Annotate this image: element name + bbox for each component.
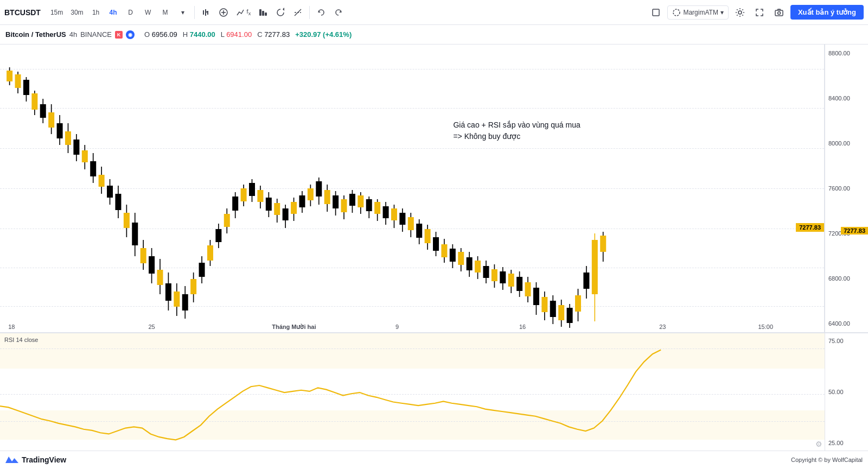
undo-icon <box>317 8 326 17</box>
price-6400: 6400.00 <box>828 320 865 327</box>
svg-rect-150 <box>541 297 547 312</box>
rsi-50: 50.00 <box>828 389 865 395</box>
svg-rect-44 <box>99 175 105 187</box>
chart-header: Bitcoin / TetherUS 4h BINANCE K ◉ O 6956… <box>0 25 868 45</box>
svg-rect-128 <box>450 249 456 262</box>
tf-30m[interactable]: 30m <box>67 4 86 21</box>
current-price-badge: 7277.83 <box>841 227 868 234</box>
rsi-section: RSI 14 close ⚙ 75.00 50.00 25.00 <box>0 332 868 451</box>
price-7200: 7200.00 7277.83 <box>828 230 865 237</box>
tf-1h[interactable]: 1h <box>88 4 104 21</box>
symbol-label: BTCUSDT <box>4 8 41 17</box>
low-val: L 6941.00 <box>221 30 252 39</box>
marginatm-icon <box>672 8 681 17</box>
open-val: O 6956.09 <box>144 30 177 39</box>
svg-rect-102 <box>341 199 347 212</box>
settings-btn[interactable] <box>732 4 748 21</box>
tf-more[interactable]: ▾ <box>175 4 191 21</box>
svg-rect-106 <box>358 195 363 207</box>
badge-k: K <box>115 31 123 39</box>
svg-rect-124 <box>433 237 439 251</box>
indicators-btn[interactable]: fx <box>233 4 254 21</box>
svg-rect-38 <box>73 140 79 155</box>
sep2 <box>309 6 310 19</box>
fullscreen-icon <box>755 8 764 17</box>
replay-btn[interactable] <box>272 4 289 21</box>
x-label-18: 18 <box>8 324 15 330</box>
exchange-label: BINANCE <box>80 30 112 39</box>
svg-rect-144 <box>516 277 522 291</box>
svg-rect-96 <box>316 181 322 197</box>
rsi-25: 25.00 <box>828 440 865 446</box>
tf-15m[interactable]: 15m <box>47 4 66 21</box>
brand-name: TradingView <box>22 455 66 464</box>
fullscreen-btn[interactable] <box>751 4 768 21</box>
svg-rect-162 <box>592 240 598 294</box>
preview-icon <box>652 8 660 17</box>
tf-d[interactable]: D <box>123 4 139 21</box>
tf-m[interactable]: M <box>157 4 174 21</box>
svg-rect-19 <box>775 10 783 16</box>
svg-rect-98 <box>324 190 330 204</box>
high-val: H 7440.00 <box>183 30 215 39</box>
x-label-month: Tháng Mười hai <box>272 324 316 331</box>
price-8400: 8400.00 <box>828 95 865 102</box>
svg-point-18 <box>738 11 742 14</box>
svg-rect-108 <box>366 199 372 211</box>
svg-rect-126 <box>441 244 447 257</box>
svg-rect-9 <box>262 11 264 16</box>
camera-icon <box>775 8 783 17</box>
svg-rect-116 <box>399 213 405 225</box>
svg-rect-152 <box>550 301 556 317</box>
rsi-settings-icon[interactable]: ⚙ <box>815 440 822 448</box>
price-6800: 6800.00 <box>828 275 865 282</box>
rsi-label: RSI 14 close <box>4 337 38 343</box>
bar-type-icon <box>201 8 211 17</box>
price-axis: 8800.00 8400.00 8000.00 7600.00 7200.00 … <box>825 45 868 332</box>
main-chart-section: Giá cao + RSI sắp vào vùng quá mua => Kh… <box>0 45 868 332</box>
compare-icon <box>293 8 303 17</box>
marginatm-label: MargimATM <box>683 9 718 16</box>
svg-rect-132 <box>467 257 473 270</box>
tradingview-logo: TradingView <box>5 453 66 466</box>
svg-rect-82 <box>257 190 263 202</box>
svg-rect-66 <box>190 279 196 294</box>
bottom-bar: TradingView Copyright © by WolfCapital <box>0 451 868 468</box>
svg-rect-46 <box>107 186 113 198</box>
svg-rect-36 <box>65 131 71 145</box>
svg-rect-136 <box>483 266 489 278</box>
strategy-icon <box>258 8 268 17</box>
marginatm-widget[interactable]: MargimATM ▾ <box>667 5 728 20</box>
svg-rect-10 <box>265 12 267 16</box>
strategy-btn[interactable] <box>255 4 271 21</box>
tf-4h[interactable]: 4h <box>105 4 122 21</box>
svg-rect-24 <box>15 74 21 88</box>
svg-marker-11 <box>283 8 284 11</box>
undo-btn[interactable] <box>313 4 329 21</box>
tf-w[interactable]: W <box>140 4 156 21</box>
fullscreen-preview-btn[interactable] <box>648 4 664 21</box>
redo-btn[interactable] <box>330 4 347 21</box>
bar-type-btn[interactable] <box>198 4 214 21</box>
indicators-label: fx <box>247 8 251 16</box>
plus-circle-icon <box>219 8 228 17</box>
svg-rect-54 <box>141 248 146 263</box>
svg-rect-28 <box>31 93 37 110</box>
svg-rect-154 <box>558 305 564 320</box>
change-label: +320.97 (+4.61%) <box>295 30 352 39</box>
svg-rect-48 <box>115 194 121 210</box>
add-indicator-btn[interactable] <box>215 4 232 21</box>
replay-icon <box>276 8 285 17</box>
publish-btn[interactable]: Xuất bản ý tưởng <box>790 5 864 20</box>
svg-rect-122 <box>425 229 431 243</box>
x-label-23: 23 <box>659 324 666 330</box>
rsi-chart[interactable]: RSI 14 close ⚙ <box>0 333 825 451</box>
svg-rect-34 <box>57 123 63 138</box>
compare-btn[interactable] <box>290 4 306 21</box>
candlestick-chart[interactable]: Giá cao + RSI sắp vào vùng quá mua => Kh… <box>0 45 825 332</box>
snapshot-btn[interactable] <box>771 4 787 21</box>
svg-rect-90 <box>291 202 297 214</box>
svg-rect-142 <box>508 274 514 287</box>
svg-rect-118 <box>408 217 414 230</box>
svg-point-20 <box>777 11 780 14</box>
